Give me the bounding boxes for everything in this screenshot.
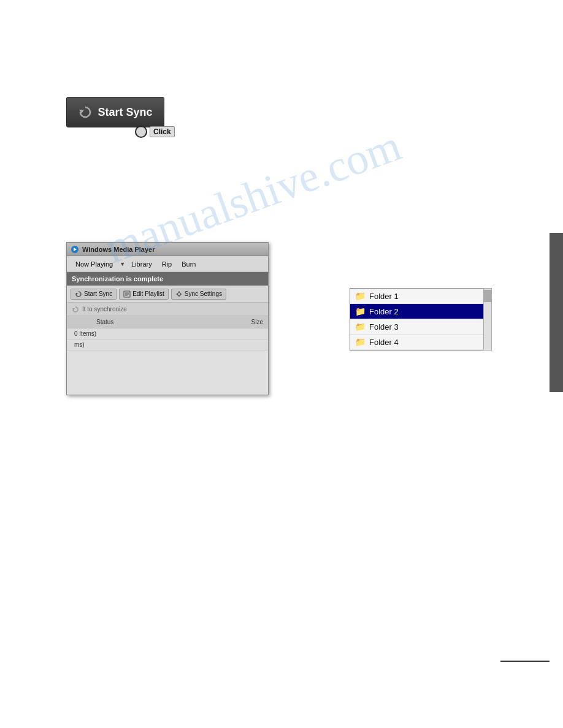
folder-icon-1: 📁	[355, 291, 366, 301]
folder-name-1: Folder 1	[369, 292, 399, 301]
wmp-status-text: Synchronization is complete	[72, 275, 163, 282]
folder-list-scrollbar[interactable]	[483, 288, 492, 351]
edit-playlist-button[interactable]: Edit Playlist	[119, 289, 169, 300]
scrollbar-thumb[interactable]	[484, 290, 491, 302]
folder-list: 📁 Folder 1 📁 Folder 2 📁 Folder 3 📁 Folde…	[350, 288, 484, 351]
edit-playlist-label: Edit Playlist	[132, 290, 164, 297]
wmp-menubar: Now Playing ▼ Library Rip Burn	[67, 256, 268, 272]
sync-icon	[75, 290, 82, 298]
wmp-statusbar: Synchronization is complete	[67, 272, 268, 286]
folder-icon-2: 📁	[355, 306, 366, 316]
wmp-toolbar: Start Sync Edit Playlist Sync Settings	[67, 286, 268, 303]
wmp-titlebar-icon	[71, 245, 79, 254]
now-playing-dropdown-icon[interactable]: ▼	[120, 261, 125, 267]
wmp-titlebar: Windows Media Player	[67, 243, 268, 256]
folder-name-2: Folder 2	[369, 307, 399, 316]
folder-name-4: Folder 4	[369, 338, 399, 347]
folder-name-3: Folder 3	[369, 322, 399, 332]
start-sync-overlay-icon	[78, 105, 93, 119]
folder-item-2[interactable]: 📁 Folder 2	[350, 304, 484, 319]
menu-library[interactable]: Library	[128, 259, 156, 269]
right-sidebar	[550, 233, 563, 392]
settings-icon	[175, 290, 183, 298]
row1-col1: 0 Items)	[72, 330, 239, 337]
folder-icon-4: 📁	[355, 337, 366, 347]
folder-item-3[interactable]: 📁 Folder 3	[350, 319, 484, 335]
folder-icon-3: 📁	[355, 322, 366, 332]
start-sync-overlay-text: Start Sync	[98, 106, 152, 119]
edit-icon	[123, 290, 131, 298]
menu-now-playing[interactable]: Now Playing	[72, 259, 117, 269]
wmp-sync-row: It to synchronize	[67, 303, 268, 316]
table-row: ms)	[67, 339, 268, 351]
table-row: 0 Items)	[67, 328, 268, 339]
sync-row-text: It to synchronize	[82, 306, 127, 313]
folder-item-4[interactable]: 📁 Folder 4	[350, 335, 484, 350]
start-sync-overlay-button[interactable]: Start Sync	[66, 97, 164, 127]
sync-row-icon	[72, 306, 79, 313]
col-header-status: Status	[72, 319, 239, 325]
wmp-title: Windows Media Player	[82, 246, 155, 253]
svg-point-7	[177, 292, 180, 295]
sync-settings-label: Sync Settings	[185, 290, 222, 297]
menu-rip[interactable]: Rip	[158, 259, 176, 269]
row2-col1: ms)	[72, 341, 239, 348]
col-header-size: Size	[239, 319, 263, 325]
click-circle-icon	[135, 126, 147, 138]
click-indicator: Click	[135, 126, 175, 138]
click-label: Click	[150, 126, 175, 137]
bottom-line	[500, 661, 550, 662]
wmp-window: Windows Media Player Now Playing ▼ Libra…	[66, 242, 269, 395]
menu-burn[interactable]: Burn	[178, 259, 199, 269]
start-sync-button[interactable]: Start Sync	[71, 289, 117, 300]
wmp-table-header: Status Size	[67, 316, 268, 328]
sync-settings-button[interactable]: Sync Settings	[171, 289, 226, 300]
folder-item-1[interactable]: 📁 Folder 1	[350, 289, 484, 304]
start-sync-label: Start Sync	[84, 290, 112, 297]
